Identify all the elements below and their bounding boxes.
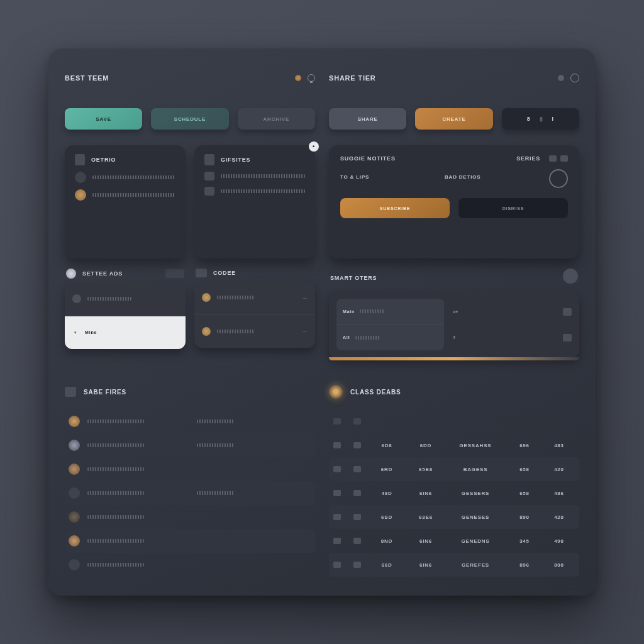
avatar-icon: [69, 535, 80, 547]
row-value: —: [303, 329, 308, 333]
big-card-title: SUGGIE NOTITES: [340, 155, 396, 162]
cell-icon: [333, 490, 341, 496]
folder-icon: [204, 172, 214, 180]
pane-title: SMART OTERS: [330, 275, 377, 281]
gem-icon: [66, 269, 76, 279]
folder-icon: [204, 187, 214, 196]
list-item[interactable]: [65, 433, 315, 457]
square-icon: [563, 334, 572, 341]
cell-icon: [353, 442, 361, 448]
right-header-title: SHARE TIER: [329, 74, 376, 82]
row-label: [217, 296, 255, 299]
buildings-icon: [65, 387, 76, 397]
grid-icon[interactable]: [549, 155, 557, 162]
subpane-row[interactable]: Main: [336, 299, 444, 325]
subpane: Main Alt: [336, 299, 444, 350]
table-row[interactable]: 6RD65E8BAGESS658420: [329, 457, 579, 481]
card-oetrio[interactable]: OETRIO: [65, 145, 186, 258]
pane-head-codee: CODEE: [194, 265, 315, 281]
right-table: 6D86DDGESSAHSS696483 6RD65E8BAGESS658420…: [329, 409, 579, 587]
list-item[interactable]: [65, 553, 315, 577]
pane-codee: — —: [194, 281, 315, 348]
list-icon[interactable]: [560, 155, 568, 162]
col-icon: [333, 418, 341, 425]
pane-row[interactable]: —: [194, 281, 315, 314]
cell-icon: [353, 490, 361, 496]
cell-icon: [353, 538, 361, 544]
avatar-icon: [69, 559, 80, 570]
table-row[interactable]: 6D86DDGESSAHSS696483: [329, 433, 579, 457]
left-sublabel: TO & LIPS: [340, 174, 435, 180]
avatar-icon: [69, 416, 80, 427]
placeholder-text: [221, 174, 305, 178]
chevron-down-icon: ▾: [72, 330, 79, 335]
pane-row-selected[interactable]: ▾ Mine: [65, 316, 186, 350]
placeholder-text: [92, 175, 175, 179]
table-row[interactable]: 6SD63E6GENESES890420: [329, 505, 579, 529]
left-header-title: BEST TEEM: [65, 74, 109, 82]
cell-icon: [353, 562, 361, 568]
placeholder-text: [92, 193, 175, 197]
progress-ring-icon: [549, 169, 568, 188]
status-dot-icon: [295, 75, 301, 81]
bell-avatar-icon: [329, 385, 343, 399]
section-head-left: SABE FIRES: [65, 372, 315, 403]
big-card: SUGGIE NOTITES SERIES TO & LIPS BAD DETI…: [329, 145, 579, 258]
table-row[interactable]: 48D6IN6GESSERS658486: [329, 481, 579, 505]
table-row[interactable]: 66D6IN6GEREFES896800: [329, 553, 579, 577]
list-item[interactable]: [65, 481, 315, 505]
dismiss-button[interactable]: DISMISS: [458, 198, 568, 218]
list-item[interactable]: [65, 409, 315, 433]
right-header: SHARE TIER: [329, 64, 579, 92]
share-button[interactable]: SHARE: [329, 108, 406, 130]
table-header-row: [329, 409, 579, 433]
right-sublabel: BAD DETIOS: [445, 174, 539, 180]
list-item[interactable]: [65, 457, 315, 481]
mode-toggle[interactable]: 8 ▮ I: [502, 108, 579, 130]
archive-button[interactable]: ARCHIVE: [238, 108, 315, 130]
row-value: —: [303, 296, 308, 300]
right-button-row: SHARE CREATE 8 ▮ I: [329, 99, 579, 139]
bulb-icon[interactable]: [308, 74, 315, 82]
pane-title: CODEE: [213, 270, 236, 276]
row-label: Mine: [85, 330, 97, 335]
pane-row[interactable]: [65, 282, 186, 316]
pane-title: SETTEE ADS: [82, 270, 123, 277]
side-row[interactable]: ue: [453, 308, 572, 316]
card-icon: [204, 154, 214, 165]
col-icon: [353, 418, 361, 425]
row-label: [217, 330, 255, 333]
row-label: [87, 297, 131, 301]
placeholder-text: [221, 189, 305, 193]
pane-row[interactable]: —: [194, 314, 315, 348]
tag-chip[interactable]: [165, 269, 184, 278]
dot-icon: [558, 75, 564, 81]
big-card-meta: SERIES: [516, 155, 540, 162]
card-gifsites[interactable]: • GIFSITES: [194, 145, 315, 258]
schedule-button[interactable]: SCHEDULE: [151, 108, 228, 130]
ring-icon[interactable]: [570, 74, 579, 82]
card-title: GIFSITES: [221, 157, 250, 163]
cell-icon: [353, 514, 361, 520]
user-avatar[interactable]: [563, 269, 578, 284]
subpane-row[interactable]: Alt: [336, 325, 444, 351]
pane-settee: ▾ Mine: [65, 282, 186, 349]
create-button[interactable]: CREATE: [415, 108, 492, 130]
card-icon: [75, 154, 85, 165]
list-item[interactable]: [65, 505, 315, 529]
section-title: CLASS DEABS: [350, 389, 401, 396]
cell-icon: [333, 442, 341, 448]
table-row[interactable]: 8ND6IN6GENEDNS345490: [329, 529, 579, 553]
notification-badge: •: [309, 142, 319, 152]
subscribe-button[interactable]: SUBSCRIBE: [340, 198, 450, 218]
section-head-right: CLASS DEABS: [329, 372, 579, 403]
grid-icon: [196, 269, 207, 277]
card-title: OETRIO: [91, 157, 116, 163]
cell-icon: [333, 562, 341, 568]
side-row[interactable]: lf: [453, 334, 572, 341]
avatar-icon: [69, 464, 80, 475]
save-button[interactable]: SAVE: [65, 108, 142, 130]
left-header: BEST TEEM: [65, 64, 315, 92]
list-item[interactable]: [65, 529, 315, 553]
pane-head-settee: SETTEE ADS: [65, 265, 186, 282]
